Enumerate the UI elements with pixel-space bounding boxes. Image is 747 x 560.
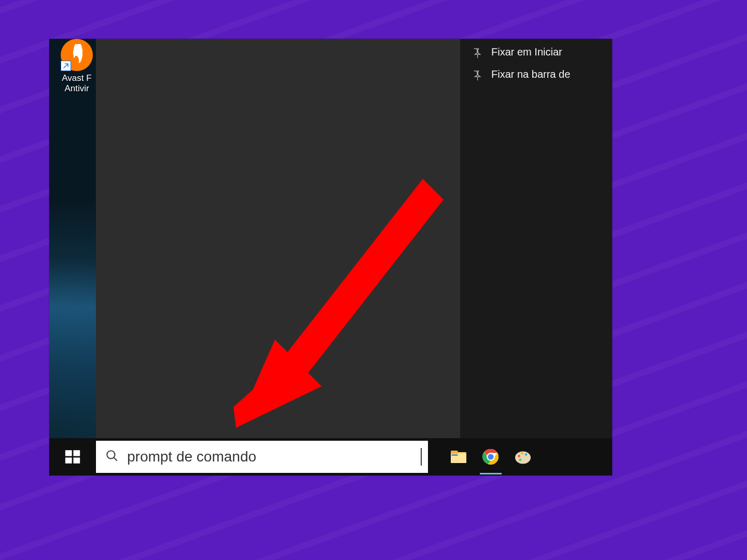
taskbar-app-paint[interactable]	[507, 438, 539, 475]
windows-screenshot: Avast F Antivir Fixar em Iniciar Fixar n…	[49, 39, 612, 475]
taskbar-search-box[interactable]	[96, 441, 428, 473]
svg-rect-3	[73, 457, 80, 463]
chrome-icon	[481, 447, 500, 466]
text-caret	[421, 448, 422, 466]
desktop-shortcut-label: Avast F Antivir	[53, 73, 100, 94]
pin-icon	[471, 47, 482, 58]
start-context-panel: Fixar em Iniciar Fixar na barra de	[460, 39, 612, 438]
taskbar-app-chrome[interactable]	[475, 438, 507, 475]
menu-item-label: Fixar na barra de	[491, 68, 570, 80]
pin-icon	[471, 69, 482, 80]
menu-item-pin-taskbar[interactable]: Fixar na barra de	[460, 63, 612, 86]
start-button[interactable]	[49, 438, 96, 475]
svg-point-13	[518, 455, 520, 457]
svg-point-16	[519, 459, 521, 461]
svg-rect-6	[451, 451, 458, 454]
svg-point-15	[525, 453, 528, 456]
windows-logo-icon	[64, 448, 81, 466]
taskbar-app-file-explorer[interactable]	[442, 438, 475, 475]
menu-item-label: Fixar em Iniciar	[491, 46, 562, 58]
start-search-results-panel	[96, 39, 460, 438]
svg-rect-0	[65, 450, 72, 456]
shortcut-arrow-icon	[61, 61, 71, 71]
search-icon	[105, 449, 119, 465]
paint-icon	[514, 447, 532, 466]
svg-rect-1	[73, 450, 80, 456]
taskbar	[49, 438, 612, 475]
file-explorer-icon	[449, 447, 468, 466]
svg-point-4	[107, 451, 115, 458]
search-input[interactable]	[127, 441, 422, 473]
svg-rect-8	[452, 455, 458, 456]
desktop-shortcut-avast[interactable]: Avast F Antivir	[53, 39, 100, 94]
svg-rect-2	[65, 457, 72, 463]
menu-item-pin-start[interactable]: Fixar em Iniciar	[460, 41, 612, 63]
svg-point-14	[521, 452, 523, 455]
avast-icon	[61, 39, 93, 71]
